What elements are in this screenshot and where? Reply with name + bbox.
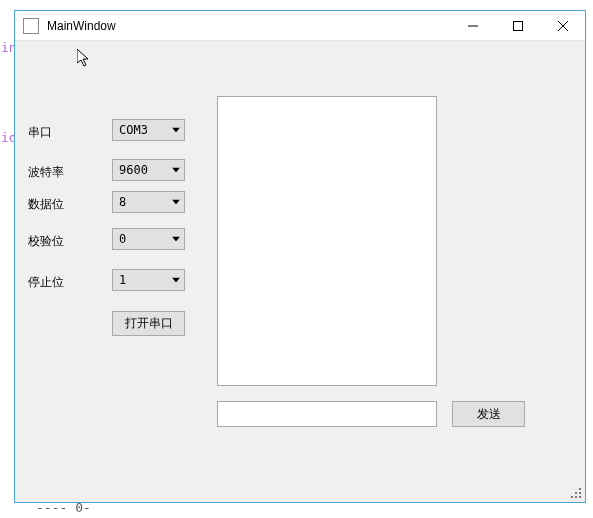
svg-marker-9 [172, 278, 180, 283]
size-grip-icon [569, 486, 583, 500]
port-label: 串口 [28, 124, 78, 141]
maximize-icon [513, 21, 523, 31]
databits-combo[interactable]: 8 [112, 191, 185, 213]
chevron-down-icon [172, 128, 180, 133]
titlebar[interactable]: MainWindow [15, 11, 585, 41]
baud-label: 波特率 [28, 164, 78, 181]
baud-combo[interactable]: 9600 [112, 159, 185, 181]
svg-rect-14 [575, 496, 577, 498]
window-title: MainWindow [47, 19, 116, 33]
minimize-button[interactable] [450, 11, 495, 40]
parity-combo-value: 0 [119, 232, 126, 246]
port-combo-value: COM3 [119, 123, 148, 137]
receive-textarea[interactable] [217, 96, 437, 386]
open-port-button[interactable]: 打开串口 [112, 311, 185, 336]
svg-rect-15 [579, 496, 581, 498]
databits-label: 数据位 [28, 196, 78, 213]
svg-marker-5 [172, 128, 180, 133]
send-input[interactable] [217, 401, 437, 427]
svg-marker-8 [172, 237, 180, 242]
cursor-icon [77, 49, 93, 69]
baud-combo-value: 9600 [119, 163, 148, 177]
close-icon [558, 21, 568, 31]
svg-rect-12 [579, 492, 581, 494]
port-combo[interactable]: COM3 [112, 119, 185, 141]
svg-marker-7 [172, 200, 180, 205]
stopbits-combo-value: 1 [119, 273, 126, 287]
svg-rect-10 [579, 488, 581, 490]
app-icon [23, 18, 39, 34]
svg-marker-6 [172, 168, 180, 173]
main-window: MainWindow 串口 COM3 波特率 [14, 10, 586, 503]
svg-rect-11 [575, 492, 577, 494]
databits-combo-value: 8 [119, 195, 126, 209]
chevron-down-icon [172, 200, 180, 205]
stopbits-combo[interactable]: 1 [112, 269, 185, 291]
chevron-down-icon [172, 278, 180, 283]
chevron-down-icon [172, 237, 180, 242]
parity-label: 校验位 [28, 233, 78, 250]
open-port-button-label: 打开串口 [125, 316, 173, 330]
maximize-button[interactable] [495, 11, 540, 40]
parity-combo[interactable]: 0 [112, 228, 185, 250]
stopbits-label: 停止位 [28, 274, 78, 291]
minimize-icon [468, 21, 478, 31]
size-grip[interactable] [569, 486, 583, 500]
svg-rect-13 [571, 496, 573, 498]
window-controls [450, 11, 585, 40]
svg-rect-1 [513, 21, 522, 30]
chevron-down-icon [172, 168, 180, 173]
close-button[interactable] [540, 11, 585, 40]
send-button[interactable]: 发送 [452, 401, 525, 427]
client-area: 串口 COM3 波特率 9600 数据位 8 校验位 0 停止位 [15, 41, 585, 502]
svg-marker-4 [77, 49, 88, 66]
send-button-label: 发送 [477, 407, 501, 421]
